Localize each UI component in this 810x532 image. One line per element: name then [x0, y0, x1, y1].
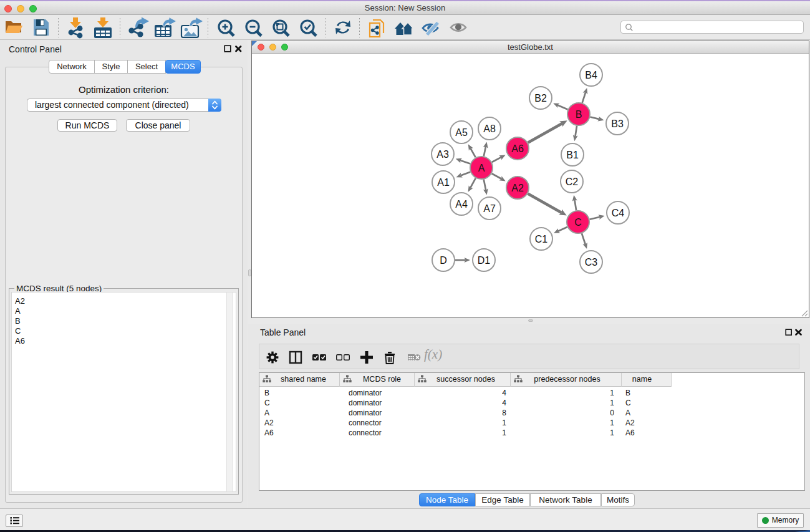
svg-text:C3: C3 — [585, 257, 598, 268]
svg-text:A4: A4 — [455, 199, 468, 210]
svg-text:D1: D1 — [478, 255, 491, 266]
svg-text:C1: C1 — [535, 234, 548, 244]
svg-text:A3: A3 — [436, 149, 449, 160]
svg-text:B1: B1 — [566, 150, 579, 160]
svg-text:D: D — [440, 255, 447, 266]
svg-text:A8: A8 — [483, 123, 496, 134]
svg-text:B2: B2 — [534, 93, 547, 104]
svg-text:C: C — [574, 217, 582, 228]
svg-text:A5: A5 — [455, 127, 468, 138]
svg-text:B3: B3 — [611, 118, 624, 129]
svg-text:A2: A2 — [511, 183, 524, 193]
svg-text:C4: C4 — [612, 208, 625, 218]
svg-text:B4: B4 — [585, 70, 597, 80]
svg-text:B: B — [576, 109, 582, 120]
svg-text:A6: A6 — [511, 143, 524, 154]
svg-text:A7: A7 — [483, 203, 496, 214]
svg-text:A: A — [478, 163, 485, 173]
svg-text:C2: C2 — [566, 177, 579, 187]
svg-text:A1: A1 — [437, 177, 450, 188]
